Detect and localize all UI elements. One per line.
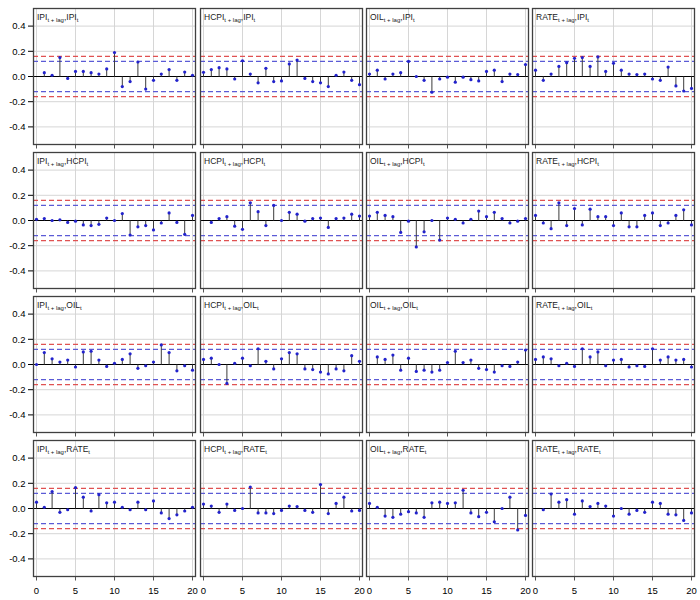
stem-point: [612, 224, 615, 227]
stem-point: [319, 216, 322, 219]
stem-point: [257, 81, 260, 84]
stem-point: [66, 77, 69, 80]
stem-point: [66, 221, 69, 224]
stem-point: [257, 511, 260, 514]
stem-point: [674, 513, 677, 516]
stem-point: [168, 351, 171, 354]
stem-point: [113, 219, 116, 222]
stem-point: [58, 511, 61, 514]
stem-point: [635, 509, 638, 512]
stem-point: [113, 362, 116, 365]
stem-point: [280, 219, 283, 222]
stem-point: [581, 499, 584, 502]
stem-point: [604, 215, 607, 218]
stem-point: [335, 217, 338, 220]
stem-point: [296, 352, 299, 355]
stem-point: [342, 496, 345, 499]
stem-point: [651, 501, 654, 504]
stem-point: [384, 358, 387, 361]
stem-point: [121, 85, 124, 88]
stem-point: [43, 506, 46, 509]
stem-point: [399, 71, 402, 74]
x-axis-tick-label: 20: [187, 585, 198, 596]
stem-point: [438, 77, 441, 80]
stem-point: [160, 343, 163, 346]
y-axis-tick-label: 0.4: [12, 452, 25, 463]
stem-point: [682, 89, 685, 92]
stem-point: [43, 351, 46, 354]
ccf-panel-RATE-IPI: RATEt + lag,IPIt: [532, 8, 695, 149]
stem-point: [136, 225, 139, 228]
stem-point: [82, 70, 85, 73]
x-axis-tick-label: 0: [533, 585, 538, 596]
stem-point: [97, 223, 100, 226]
stem-point: [358, 360, 361, 363]
stem-point: [272, 80, 275, 83]
stem-point: [35, 218, 38, 221]
stem-point: [430, 501, 433, 504]
stem-point: [415, 370, 418, 373]
y-axis-tick-label: -0.4: [9, 553, 25, 564]
stem-point: [524, 514, 527, 517]
stem-point: [82, 496, 85, 499]
stem-point: [335, 502, 338, 505]
stem-point: [58, 360, 61, 363]
x-axis-tick-label: 5: [73, 585, 78, 596]
y-axis-tick-label: -0.4: [9, 121, 25, 132]
stem-point: [350, 354, 353, 357]
stem-point: [97, 493, 100, 496]
stem-point: [327, 372, 330, 375]
stem-point: [311, 368, 314, 371]
stem-point: [557, 65, 560, 68]
stem-point: [589, 65, 592, 68]
stem-point: [233, 362, 236, 365]
stem-point: [524, 217, 527, 220]
stem-point: [233, 77, 236, 80]
y-axis-tick-label: 0.0: [12, 215, 25, 226]
stem-point: [573, 513, 576, 516]
stem-point: [183, 509, 186, 512]
stem-point: [407, 220, 410, 223]
stem-point: [565, 224, 568, 227]
stem-point: [415, 511, 418, 514]
stem-point: [430, 219, 433, 222]
stem-point: [327, 226, 330, 229]
stem-point: [493, 370, 496, 373]
stem-point: [303, 220, 306, 223]
stem-point: [319, 81, 322, 84]
stem-point: [415, 245, 418, 248]
stem-point: [462, 361, 465, 364]
stem-point: [160, 221, 163, 224]
stem-point: [129, 508, 132, 511]
stem-point: [550, 357, 553, 360]
stem-point: [74, 220, 77, 223]
x-axis-tick-label: 10: [276, 585, 287, 596]
stem-point: [129, 80, 132, 83]
stem-point: [319, 483, 322, 486]
stem-point: [358, 214, 361, 217]
stem-point: [97, 72, 100, 75]
x-axis-tick-label: 10: [608, 585, 619, 596]
x-axis-tick-label: 5: [572, 585, 577, 596]
y-axis-tick-label: 0.0: [12, 503, 25, 514]
y-axis-tick-label: 0.0: [12, 359, 25, 370]
stem-point: [376, 211, 379, 214]
stem-point: [550, 72, 553, 75]
stem-point: [113, 501, 116, 504]
y-axis-tick-label: 0.4: [12, 308, 25, 319]
stem-point: [469, 511, 472, 514]
stem-point: [241, 228, 244, 231]
stem-point: [288, 62, 291, 65]
stem-point: [384, 214, 387, 217]
stem-point: [550, 492, 553, 495]
stem-point: [501, 80, 504, 83]
ccf-panel-OIL-OIL: OILt + lag,OILt: [366, 296, 529, 437]
stem-point: [350, 509, 353, 512]
stem-point: [175, 79, 178, 82]
stem-point: [249, 201, 252, 204]
stem-point: [280, 357, 283, 360]
stem-point: [90, 71, 93, 74]
stem-point: [160, 72, 163, 75]
stem-point: [233, 509, 236, 512]
ccf-panel-RATE-RATE: RATEt + lag,RATEt: [532, 440, 695, 581]
